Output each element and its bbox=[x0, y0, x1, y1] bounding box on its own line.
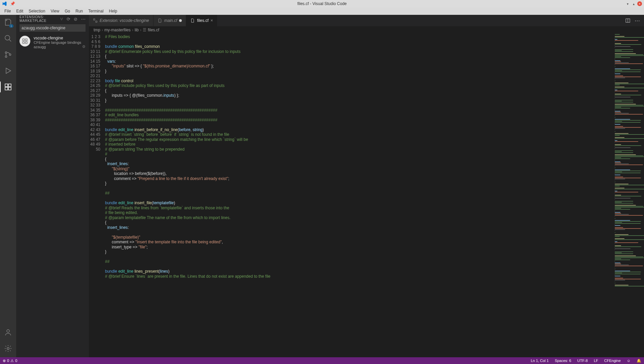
status-indent[interactable]: Spaces: 6 bbox=[555, 359, 571, 363]
pin-icon[interactable]: 📌 bbox=[10, 1, 15, 6]
extension-item-icon bbox=[20, 36, 30, 47]
tab-bar: Extension: vscode-cfengine main.cf files… bbox=[89, 15, 644, 26]
svg-rect-4 bbox=[5, 84, 8, 87]
extension-manage-gear-icon[interactable]: ⚙ bbox=[82, 44, 86, 49]
svg-point-0 bbox=[5, 35, 10, 40]
sidebar: EXTENSIONS: MARKETPLACE ⑂ ⟳ ⊘ ⋯ vscode-c… bbox=[16, 15, 89, 357]
svg-point-9 bbox=[7, 347, 9, 350]
run-debug-icon[interactable] bbox=[3, 66, 13, 75]
menu-help[interactable]: Help bbox=[107, 8, 120, 14]
filter-icon[interactable]: ⑂ bbox=[60, 17, 63, 22]
extension-name: vscode-cfengine bbox=[34, 36, 86, 40]
svg-rect-14 bbox=[94, 19, 95, 20]
status-encoding[interactable]: UTF-8 bbox=[577, 359, 588, 363]
svg-point-8 bbox=[7, 330, 9, 332]
svg-rect-10 bbox=[23, 39, 24, 40]
warning-icon: ⚠ bbox=[10, 359, 14, 363]
file-icon bbox=[158, 18, 162, 23]
svg-rect-5 bbox=[5, 87, 8, 90]
code-editor[interactable]: 1 2 3 4 5 6 7 8 9 10 11 12 13 14 15 16 1… bbox=[89, 34, 644, 357]
menu-selection[interactable]: Selection bbox=[26, 8, 47, 14]
activity-bar: 1 bbox=[0, 15, 16, 357]
vscode-icon bbox=[2, 1, 7, 6]
menu-file[interactable]: File bbox=[2, 8, 13, 14]
extension-description: CFEngine language bindings bbox=[34, 40, 86, 44]
menu-terminal[interactable]: Terminal bbox=[86, 8, 106, 14]
status-problems[interactable]: ⊗0 ⚠0 bbox=[3, 359, 17, 363]
window-title: files.cf - Visual Studio Code bbox=[297, 1, 347, 6]
svg-rect-15 bbox=[96, 21, 97, 22]
more-actions-icon[interactable]: ⋯ bbox=[635, 18, 640, 24]
status-bar: ⊗0 ⚠0 Ln 1, Col 1 Spaces: 6 UTF-8 LF CFE… bbox=[0, 357, 644, 364]
close-button[interactable]: × bbox=[637, 1, 642, 6]
explorer-icon[interactable]: 1 bbox=[3, 18, 13, 27]
settings-gear-icon[interactable] bbox=[3, 344, 13, 353]
os-titlebar: 📌 files.cf - Visual Studio Code ▾ ▴ × bbox=[0, 0, 644, 7]
status-cursor[interactable]: Ln 1, Col 1 bbox=[531, 359, 549, 363]
clear-icon[interactable]: ⊘ bbox=[74, 17, 78, 22]
tab-extension-preview[interactable]: Extension: vscode-cfengine bbox=[89, 15, 154, 26]
menubar: File Edit Selection View Go Run Terminal… bbox=[0, 7, 644, 15]
svg-point-2 bbox=[5, 56, 7, 58]
extension-publisher: azaugg bbox=[34, 45, 46, 49]
menu-go[interactable]: Go bbox=[62, 8, 72, 14]
accounts-icon[interactable] bbox=[3, 328, 13, 337]
extension-tab-icon bbox=[93, 18, 98, 23]
minimize-button[interactable]: ▾ bbox=[625, 1, 630, 6]
tab-files-cf[interactable]: files.cf × bbox=[186, 15, 217, 26]
more-icon[interactable]: ⋯ bbox=[81, 17, 86, 22]
minimap[interactable] bbox=[613, 34, 644, 357]
svg-rect-13 bbox=[26, 42, 27, 43]
maximize-button[interactable]: ▴ bbox=[631, 1, 636, 6]
menu-run[interactable]: Run bbox=[73, 8, 85, 14]
svg-rect-11 bbox=[26, 39, 27, 40]
svg-rect-7 bbox=[8, 84, 11, 87]
refresh-icon[interactable]: ⟳ bbox=[67, 17, 71, 22]
tab-main-cf[interactable]: main.cf bbox=[154, 15, 187, 26]
menu-edit[interactable]: Edit bbox=[14, 8, 26, 14]
svg-rect-12 bbox=[23, 42, 24, 43]
editor-group: Extension: vscode-cfengine main.cf files… bbox=[89, 15, 644, 357]
modified-indicator bbox=[179, 19, 182, 22]
error-icon: ⊗ bbox=[3, 359, 6, 363]
status-eol[interactable]: LF bbox=[594, 359, 598, 363]
notifications-icon[interactable]: 🔔 bbox=[637, 359, 641, 363]
extension-list-item[interactable]: vscode-cfengine CFEngine language bindin… bbox=[16, 33, 89, 52]
menu-view[interactable]: View bbox=[48, 8, 62, 14]
extensions-icon[interactable] bbox=[3, 82, 13, 92]
close-tab-icon[interactable]: × bbox=[210, 18, 213, 23]
status-language[interactable]: CFEngine bbox=[604, 359, 621, 363]
svg-point-3 bbox=[9, 54, 11, 56]
breadcrumbs[interactable]: tmp› my-masterfiles› lib› ☰ files.cf bbox=[89, 26, 644, 34]
source-control-icon[interactable] bbox=[3, 50, 13, 59]
sidebar-title: EXTENSIONS: MARKETPLACE bbox=[20, 15, 60, 23]
svg-point-1 bbox=[5, 52, 7, 54]
split-editor-icon[interactable] bbox=[625, 18, 631, 23]
file-icon bbox=[190, 18, 195, 23]
line-number-gutter: 1 2 3 4 5 6 7 8 9 10 11 12 13 14 15 16 1… bbox=[89, 34, 105, 357]
file-icon: ☰ bbox=[143, 28, 146, 32]
code-content[interactable]: # Files bodies bundle common files_commo… bbox=[105, 34, 613, 357]
svg-rect-6 bbox=[8, 87, 11, 90]
feedback-icon[interactable]: ☺ bbox=[627, 359, 631, 363]
extension-search-input[interactable] bbox=[20, 24, 86, 32]
search-icon[interactable] bbox=[3, 34, 13, 43]
